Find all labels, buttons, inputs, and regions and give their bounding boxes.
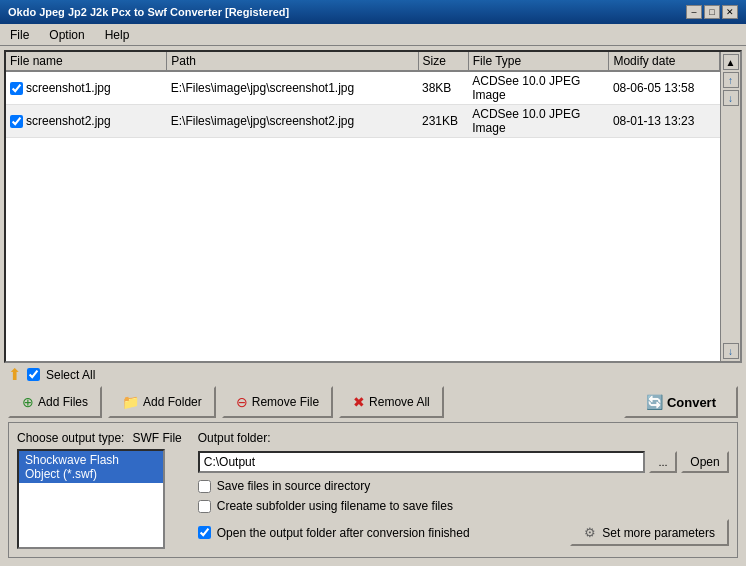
open-after-conversion-label[interactable]: Open the output folder after conversion … — [217, 526, 470, 540]
output-folder-label: Output folder: — [198, 431, 729, 445]
row-path: E:\Files\image\jpg\screenshot1.jpg — [167, 71, 418, 105]
add-folder-button[interactable]: 📁 Add Folder — [108, 386, 216, 418]
output-type-section: Choose output type: SWF File Shockwave F… — [17, 431, 182, 549]
output-type-value: SWF File — [132, 431, 181, 445]
table-row[interactable]: screenshot1.jpg E:\Files\image\jpg\scree… — [6, 71, 720, 105]
convert-button[interactable]: 🔄 Convert — [624, 386, 738, 418]
add-files-button[interactable]: ⊕ Add Files — [8, 386, 102, 418]
row-checkbox[interactable] — [10, 82, 23, 95]
row-filetype: ACDSee 10.0 JPEG Image — [468, 105, 609, 138]
open-after-conversion-checkbox[interactable] — [198, 526, 211, 539]
remove-all-button[interactable]: ✖ Remove All — [339, 386, 444, 418]
remove-all-label: Remove All — [369, 395, 430, 409]
row-filename: screenshot1.jpg — [6, 71, 167, 105]
row-filename: screenshot2.jpg — [6, 105, 167, 138]
table-row[interactable]: screenshot2.jpg E:\Files\image\jpg\scree… — [6, 105, 720, 138]
row-modifydate: 08-01-13 13:23 — [609, 105, 720, 138]
browse-button[interactable]: ... — [649, 451, 677, 473]
row-size: 38KB — [418, 71, 468, 105]
title-bar: Okdo Jpeg Jp2 J2k Pcx to Swf Converter [… — [0, 0, 746, 24]
row-checkbox[interactable] — [10, 115, 23, 128]
select-all-label[interactable]: Select All — [46, 368, 95, 382]
row-size: 231KB — [418, 105, 468, 138]
output-folder-row: ... Open — [198, 451, 729, 473]
minimize-button[interactable]: – — [686, 5, 702, 19]
open-after-conversion-row: Open the output folder after conversion … — [198, 526, 470, 540]
save-in-source-label[interactable]: Save files in source directory — [217, 479, 370, 493]
output-type-swf[interactable]: Shockwave Flash Object (*.swf) — [19, 451, 163, 483]
remove-all-icon: ✖ — [353, 394, 365, 410]
create-subfolder-label[interactable]: Create subfolder using filename to save … — [217, 499, 453, 513]
convert-icon: 🔄 — [646, 394, 663, 410]
buttons-row: ⊕ Add Files 📁 Add Folder ⊖ Remove File ✖… — [4, 386, 742, 418]
col-size: Size — [418, 52, 468, 71]
col-path: Path — [167, 52, 418, 71]
row-path: E:\Files\image\jpg\screenshot2.jpg — [167, 105, 418, 138]
scroll-top-button[interactable]: ▲ — [723, 54, 739, 70]
output-folder-section: Output folder: ... Open Save files in so… — [198, 431, 729, 549]
scroll-down-button[interactable]: ↓ — [723, 90, 739, 106]
file-list-container: File name Path Size File Type Modify dat… — [4, 50, 742, 363]
row-modifydate: 08-06-05 13:58 — [609, 71, 720, 105]
right-scrollbar: ▲ ↑ ↓ ↓ — [720, 52, 740, 361]
back-icon: ⬆ — [8, 365, 21, 384]
save-in-source-row: Save files in source directory — [198, 479, 729, 493]
options-panel: Choose output type: SWF File Shockwave F… — [8, 422, 738, 558]
add-folder-icon: 📁 — [122, 394, 139, 410]
title-text: Okdo Jpeg Jp2 J2k Pcx to Swf Converter [… — [8, 6, 289, 18]
add-folder-label: Add Folder — [143, 395, 202, 409]
scroll-bottom-button[interactable]: ↓ — [723, 343, 739, 359]
select-all-checkbox[interactable] — [27, 368, 40, 381]
menu-option[interactable]: Option — [43, 26, 90, 44]
maximize-button[interactable]: □ — [704, 5, 720, 19]
row-filename-text: screenshot2.jpg — [26, 114, 111, 128]
row-filetype: ACDSee 10.0 JPEG Image — [468, 71, 609, 105]
col-filename: File name — [6, 52, 167, 71]
output-type-list[interactable]: Shockwave Flash Object (*.swf) — [17, 449, 165, 549]
file-table: File name Path Size File Type Modify dat… — [6, 52, 720, 361]
add-files-icon: ⊕ — [22, 394, 34, 410]
main-area: File name Path Size File Type Modify dat… — [0, 46, 746, 566]
set-params-label: Set more parameters — [602, 526, 715, 540]
menu-file[interactable]: File — [4, 26, 35, 44]
create-subfolder-row: Create subfolder using filename to save … — [198, 499, 729, 513]
create-subfolder-checkbox[interactable] — [198, 500, 211, 513]
save-in-source-checkbox[interactable] — [198, 480, 211, 493]
set-params-button[interactable]: ⚙ Set more parameters — [570, 519, 729, 546]
row-filename-text: screenshot1.jpg — [26, 81, 111, 95]
close-button[interactable]: ✕ — [722, 5, 738, 19]
convert-label: Convert — [667, 395, 716, 410]
gear-icon: ⚙ — [584, 525, 596, 540]
select-all-row: ⬆ Select All — [4, 363, 742, 386]
open-folder-button[interactable]: Open — [681, 451, 729, 473]
window-controls: – □ ✕ — [686, 5, 738, 19]
col-modifydate: Modify date — [609, 52, 720, 71]
col-filetype: File Type — [468, 52, 609, 71]
menu-help[interactable]: Help — [99, 26, 136, 44]
remove-file-button[interactable]: ⊖ Remove File — [222, 386, 333, 418]
remove-file-icon: ⊖ — [236, 394, 248, 410]
menu-bar: File Option Help — [0, 24, 746, 46]
add-files-label: Add Files — [38, 395, 88, 409]
scroll-up-button[interactable]: ↑ — [723, 72, 739, 88]
output-type-label: Choose output type: — [17, 431, 124, 445]
output-type-label-row: Choose output type: SWF File — [17, 431, 182, 445]
remove-file-label: Remove File — [252, 395, 319, 409]
output-folder-input[interactable] — [198, 451, 645, 473]
